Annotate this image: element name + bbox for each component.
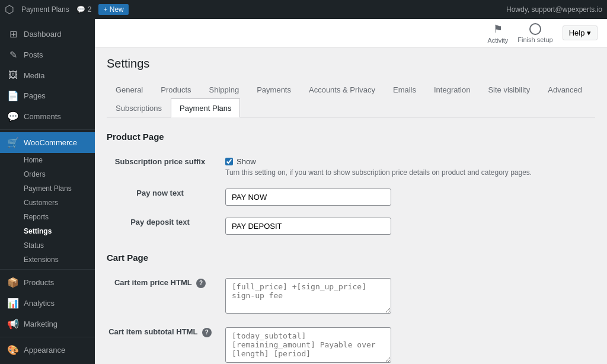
finish-setup-button[interactable]: Finish setup: [517, 23, 552, 43]
submenu-item-payment-plans[interactable]: Payment Plans: [0, 181, 95, 196]
cart-page-form: Cart item price HTML ? Cart item subtota…: [107, 272, 595, 364]
sidebar-item-analytics-label: Analytics: [24, 299, 55, 308]
menu-separator-1: [0, 129, 95, 130]
tab-advanced[interactable]: Advanced: [539, 80, 591, 99]
finish-setup-label: Finish setup: [517, 36, 552, 43]
page-title: Settings: [107, 57, 595, 71]
sidebar-item-woocommerce-label: WooCommerce: [24, 138, 77, 147]
cart-item-price-html-label: Cart item price HTML: [114, 278, 192, 287]
pay-deposit-text-input[interactable]: [225, 218, 391, 235]
sidebar-item-media-label: Media: [24, 71, 44, 80]
sidebar-item-dashboard[interactable]: ⊞ Dashboard: [0, 24, 95, 44]
product-page-heading: Product Page: [107, 132, 595, 142]
pages-icon: 📄: [7, 90, 19, 101]
sidebar-item-dashboard-label: Dashboard: [24, 30, 62, 39]
sidebar-item-products[interactable]: 📦 Products: [0, 272, 95, 293]
submenu-item-reports[interactable]: Reports: [0, 210, 95, 224]
settings-tabs: General Products Shipping Payments Accou…: [107, 80, 595, 117]
tab-products[interactable]: Products: [152, 80, 200, 99]
subscription-price-suffix-row: Subscription price suffix Show Turn this…: [107, 151, 595, 183]
dashboard-icon: ⊞: [7, 28, 19, 40]
media-icon: 🖼: [7, 70, 19, 81]
activity-label: Activity: [487, 37, 508, 44]
subscription-price-suffix-checkbox-row: Show: [225, 157, 595, 166]
submenu-item-extensions[interactable]: Extensions: [0, 253, 95, 267]
subscription-price-suffix-description: Turn this setting on, if you want to sho…: [225, 168, 595, 177]
sidebar-item-comments[interactable]: 💬 Comments: [0, 106, 95, 127]
marketing-icon: 📢: [7, 318, 19, 330]
sidebar-item-appearance-label: Appearance: [24, 346, 65, 355]
submenu-item-status[interactable]: Status: [0, 238, 95, 253]
comments-bar-item[interactable]: 💬 2: [76, 5, 92, 14]
sidebar-item-pages-label: Pages: [24, 91, 46, 100]
tab-payment-plans[interactable]: Payment Plans: [171, 98, 240, 117]
settings-content: Settings General Products Shipping Payme…: [95, 47, 607, 364]
tab-integration[interactable]: Integration: [425, 80, 479, 99]
sidebar-item-marketing[interactable]: 📢 Marketing: [0, 314, 95, 334]
sidebar-item-posts[interactable]: ✎ Posts: [0, 44, 95, 65]
menu-separator-3: [0, 337, 95, 337]
sidebar-item-plugins[interactable]: 🔌 Plugins 2: [0, 360, 95, 364]
cart-item-subtotal-html-label: Cart item subtotal HTML: [108, 327, 197, 336]
submenu-item-settings[interactable]: Settings: [0, 224, 95, 238]
submenu-item-home[interactable]: Home: [0, 153, 95, 167]
product-page-form: Subscription price suffix Show Turn this…: [107, 151, 595, 241]
admin-sidebar: ⊞ Dashboard ✎ Posts 🖼 Media 📄 Pages 💬 Co…: [0, 19, 95, 364]
analytics-icon: 📊: [7, 298, 19, 309]
tab-accounts-privacy[interactable]: Accounts & Privacy: [300, 80, 384, 99]
submenu-item-orders[interactable]: Orders: [0, 167, 95, 181]
sidebar-item-media[interactable]: 🖼 Media: [0, 65, 95, 85]
tab-general[interactable]: General: [107, 80, 152, 99]
user-howdy: Howdy, support@wpexperts.io: [506, 5, 602, 14]
sidebar-item-woocommerce[interactable]: 🛒 WooCommerce: [0, 132, 95, 153]
posts-icon: ✎: [7, 49, 19, 60]
products-icon: 📦: [7, 277, 19, 288]
tab-subscriptions[interactable]: Subscriptions: [107, 98, 171, 117]
site-name[interactable]: Payment Plans: [21, 5, 69, 14]
finish-setup-icon: [529, 23, 541, 35]
cart-item-price-html-row: Cart item price HTML ?: [107, 272, 595, 321]
cart-item-price-html-input[interactable]: [225, 278, 391, 314]
subscription-price-suffix-checkbox[interactable]: [225, 158, 233, 165]
pay-deposit-text-label: Pay deposit text: [130, 218, 190, 226]
activity-icon: ⚑: [493, 23, 503, 36]
sidebar-item-appearance[interactable]: 🎨 Appearance: [0, 340, 95, 360]
wp-logo-icon[interactable]: ⬡: [5, 3, 14, 16]
submenu-item-customers[interactable]: Customers: [0, 196, 95, 210]
sidebar-item-comments-label: Comments: [24, 112, 61, 121]
main-content: ⚑ Activity Finish setup Help ▾ Settings …: [95, 19, 607, 364]
pay-now-text-label: Pay now text: [136, 189, 183, 197]
new-content-button[interactable]: + New: [98, 4, 128, 15]
subscription-price-suffix-checkbox-label: Show: [237, 157, 256, 166]
tab-shipping[interactable]: Shipping: [200, 80, 248, 99]
help-button[interactable]: Help ▾: [563, 25, 598, 40]
tab-emails[interactable]: Emails: [384, 80, 425, 99]
tab-site-visibility[interactable]: Site visibility: [479, 80, 539, 99]
cart-item-subtotal-html-row: Cart item subtotal HTML ?: [107, 321, 595, 364]
sidebar-item-products-label: Products: [24, 278, 54, 287]
menu-separator-2: [0, 269, 95, 270]
comments-icon: 💬: [7, 111, 19, 122]
subscription-price-suffix-label: Subscription price suffix: [115, 157, 205, 166]
pay-deposit-text-row: Pay deposit text: [107, 212, 595, 241]
cart-item-price-html-info-icon[interactable]: ?: [196, 279, 206, 288]
woocommerce-icon: 🛒: [7, 137, 19, 148]
sidebar-item-analytics[interactable]: 📊 Analytics: [0, 293, 95, 314]
cart-page-heading: Cart Page: [107, 253, 595, 263]
cart-item-subtotal-html-info-icon[interactable]: ?: [202, 328, 212, 337]
tab-payments[interactable]: Payments: [248, 80, 300, 99]
activity-button[interactable]: ⚑ Activity: [487, 23, 508, 44]
comments-count: 2: [88, 5, 92, 14]
sidebar-item-marketing-label: Marketing: [24, 320, 57, 328]
appearance-icon: 🎨: [7, 344, 19, 356]
sidebar-item-posts-label: Posts: [24, 50, 43, 59]
sidebar-item-pages[interactable]: 📄 Pages: [0, 85, 95, 106]
comment-icon: 💬: [76, 5, 85, 14]
cart-item-subtotal-html-input[interactable]: [225, 327, 391, 363]
top-toolbar: ⚑ Activity Finish setup Help ▾: [95, 19, 607, 47]
pay-now-text-input[interactable]: [225, 189, 391, 206]
admin-bar: ⬡ Payment Plans 💬 2 + New Howdy, support…: [0, 0, 607, 19]
pay-now-text-row: Pay now text: [107, 183, 595, 212]
